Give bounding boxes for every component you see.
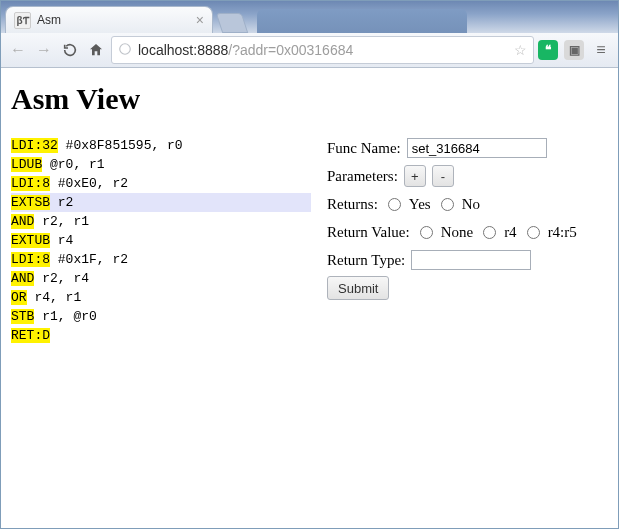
- return-value-r4r5-label: r4:r5: [548, 224, 577, 241]
- asm-operands: r2: [50, 195, 73, 210]
- tab-title: Asm: [37, 13, 190, 27]
- new-tab-button[interactable]: [216, 13, 248, 33]
- toolbar: ← → localhost:8888/?addr=0x00316684 ☆ ❝ …: [1, 33, 618, 68]
- return-value-none-radio[interactable]: [420, 226, 433, 239]
- asm-mnemonic: EXTSB: [11, 195, 50, 210]
- asm-line[interactable]: AND r2, r4: [11, 269, 311, 288]
- func-name-label: Func Name:: [327, 140, 401, 157]
- asm-operands: r2, r4: [34, 271, 89, 286]
- viewport: Asm View LDI:32 #0x8F851595, r0LDUB @r0,…: [1, 68, 618, 528]
- asm-operands: #0x1F, r2: [50, 252, 128, 267]
- asm-operands: #0xE0, r2: [50, 176, 128, 191]
- asm-mnemonic: LDI:32: [11, 138, 58, 153]
- asm-mnemonic: OR: [11, 290, 27, 305]
- url-host: localhost:8888: [138, 42, 228, 58]
- returns-no-radio[interactable]: [441, 198, 454, 211]
- param-add-button[interactable]: +: [404, 165, 426, 187]
- reload-icon[interactable]: [59, 39, 81, 61]
- extensions: ❝ ▣ ≡: [538, 39, 612, 61]
- return-type-label: Return Type:: [327, 252, 405, 269]
- forward-icon[interactable]: →: [33, 39, 55, 61]
- asm-operands: r4: [50, 233, 73, 248]
- return-type-input[interactable]: [411, 250, 531, 270]
- function-form: Func Name: Parameters: + - Returns: Yes …: [327, 136, 577, 345]
- asm-line[interactable]: LDUB @r0, r1: [11, 155, 311, 174]
- asm-listing: LDI:32 #0x8F851595, r0LDUB @r0, r1LDI:8 …: [11, 136, 311, 345]
- asm-line[interactable]: LDI:8 #0x1F, r2: [11, 250, 311, 269]
- svg-point-0: [120, 43, 131, 54]
- asm-line[interactable]: STB r1, @r0: [11, 307, 311, 326]
- browser-tab[interactable]: βƬ Asm ×: [5, 6, 213, 33]
- asm-line[interactable]: AND r2, r1: [11, 212, 311, 231]
- returns-yes-radio[interactable]: [388, 198, 401, 211]
- asm-operands: r1, @r0: [34, 309, 96, 324]
- asm-operands: @r0, r1: [42, 157, 104, 172]
- asm-line[interactable]: OR r4, r1: [11, 288, 311, 307]
- omnibox[interactable]: localhost:8888/?addr=0x00316684 ☆: [111, 36, 534, 64]
- asm-mnemonic: AND: [11, 271, 34, 286]
- asm-line[interactable]: RET:D: [11, 326, 311, 345]
- menu-icon[interactable]: ≡: [590, 39, 612, 61]
- return-value-label: Return Value:: [327, 224, 410, 241]
- close-icon[interactable]: ×: [196, 13, 204, 27]
- asm-line[interactable]: EXTSB r2: [11, 193, 311, 212]
- asm-operands: #0x8F851595, r0: [58, 138, 183, 153]
- asm-mnemonic: LDI:8: [11, 252, 50, 267]
- param-remove-button[interactable]: -: [432, 165, 454, 187]
- parameters-label: Parameters:: [327, 168, 398, 185]
- hangouts-icon[interactable]: ❝: [538, 40, 558, 60]
- bookmark-star-icon[interactable]: ☆: [514, 42, 527, 58]
- background-window: [257, 9, 467, 33]
- return-value-none-label: None: [441, 224, 474, 241]
- asm-mnemonic: RET:D: [11, 328, 50, 343]
- asm-mnemonic: LDUB: [11, 157, 42, 172]
- url-rest: /?addr=0x00316684: [228, 42, 353, 58]
- submit-button[interactable]: Submit: [327, 276, 389, 300]
- url: localhost:8888/?addr=0x00316684: [138, 42, 353, 58]
- return-value-r4-label: r4: [504, 224, 517, 241]
- tab-strip: βƬ Asm ×: [1, 1, 618, 33]
- asm-operands: r2, r1: [34, 214, 89, 229]
- page-title: Asm View: [11, 82, 608, 116]
- returns-label: Returns:: [327, 196, 378, 213]
- asm-mnemonic: STB: [11, 309, 34, 324]
- returns-yes-label: Yes: [409, 196, 431, 213]
- asm-line[interactable]: LDI:8 #0xE0, r2: [11, 174, 311, 193]
- favicon-icon: βƬ: [14, 12, 31, 29]
- asm-mnemonic: LDI:8: [11, 176, 50, 191]
- asm-mnemonic: EXTUB: [11, 233, 50, 248]
- func-name-input[interactable]: [407, 138, 547, 158]
- extension-icon[interactable]: ▣: [564, 40, 584, 60]
- asm-line[interactable]: EXTUB r4: [11, 231, 311, 250]
- asm-line[interactable]: LDI:32 #0x8F851595, r0: [11, 136, 311, 155]
- return-value-r4-radio[interactable]: [483, 226, 496, 239]
- asm-operands: r4, r1: [27, 290, 82, 305]
- back-icon[interactable]: ←: [7, 39, 29, 61]
- return-value-r4r5-radio[interactable]: [527, 226, 540, 239]
- globe-icon: [118, 42, 132, 59]
- asm-mnemonic: AND: [11, 214, 34, 229]
- returns-no-label: No: [462, 196, 480, 213]
- home-icon[interactable]: [85, 39, 107, 61]
